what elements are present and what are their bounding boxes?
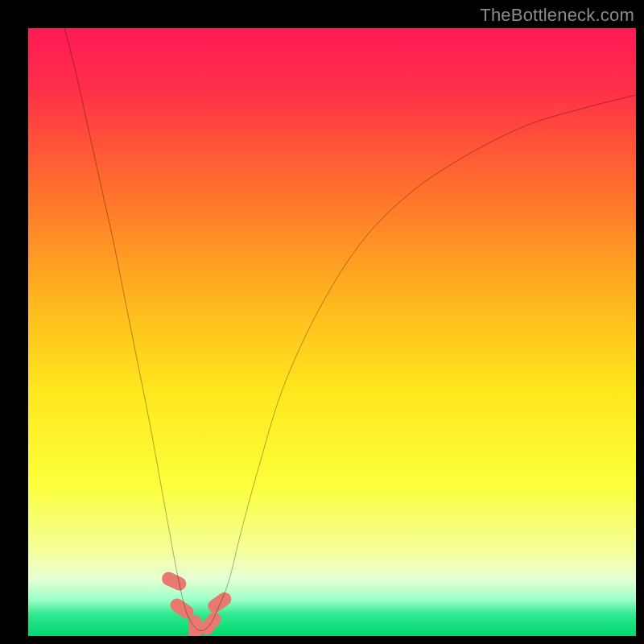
- bottleneck-markers: [159, 570, 233, 636]
- marker-blob: [205, 590, 234, 616]
- marker-blob: [159, 570, 188, 592]
- bottleneck-curve: [64, 28, 636, 630]
- plot-area: [28, 28, 636, 636]
- curve-layer: [28, 28, 636, 636]
- marker-blob: [188, 615, 202, 636]
- chart-frame: TheBottleneck.com: [0, 0, 644, 644]
- watermark-text: TheBottleneck.com: [480, 5, 634, 26]
